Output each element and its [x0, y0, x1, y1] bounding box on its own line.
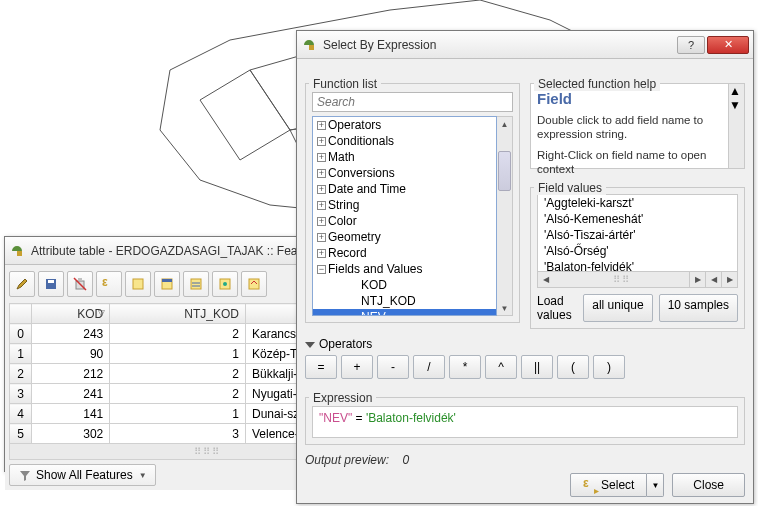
op-minus-button[interactable]: - [377, 355, 409, 379]
tree-field-ntj-kod[interactable]: NTJ_KOD [313, 293, 496, 309]
expand-icon: + [317, 169, 326, 178]
svg-rect-0 [17, 251, 22, 256]
value-item[interactable]: 'Aggteleki-karszt' [538, 195, 737, 211]
output-preview-value: 0 [402, 453, 409, 467]
value-item[interactable]: 'Alsó-Kemeneshát' [538, 211, 737, 227]
value-item[interactable]: 'Alsó-Tiszai-ártér' [538, 227, 737, 243]
row-header[interactable]: 1 [10, 344, 32, 364]
scroll-right-icon[interactable]: ▶ [689, 272, 705, 287]
tree-item-datetime[interactable]: +Date and Time [313, 181, 496, 197]
op-mul-button[interactable]: * [449, 355, 481, 379]
all-unique-button[interactable]: all unique [583, 294, 652, 322]
row-header-col[interactable] [10, 304, 32, 324]
value-item[interactable]: 'Alsó-Őrség' [538, 243, 737, 259]
tree-field-nev[interactable]: NEV [313, 309, 496, 316]
show-all-features-button[interactable]: Show All Features ▼ [9, 464, 156, 486]
output-preview-label: Output preview: [305, 453, 389, 467]
op-div-button[interactable]: / [413, 355, 445, 379]
chevron-down-icon [305, 342, 315, 348]
tree-field-kod[interactable]: KOD [313, 277, 496, 293]
scroll-left-icon[interactable]: ◀ [705, 272, 721, 287]
row-header[interactable]: 2 [10, 364, 32, 384]
tree-item-operators[interactable]: +Operators [313, 117, 496, 133]
attribute-table-title: Attribute table - ERDOGAZDASAGI_TAJAK ::… [31, 244, 301, 258]
field-values-list[interactable]: 'Aggteleki-karszt' 'Alsó-Kemeneshát' 'Al… [537, 194, 738, 272]
values-horizontal-scrollbar[interactable]: ◀ ⠿⠿ ▶ ◀ ▶ [537, 272, 738, 288]
zoom-to-selected-button[interactable] [241, 271, 267, 297]
load-values-label: Load values [537, 294, 577, 322]
tree-item-conversions[interactable]: +Conversions [313, 165, 496, 181]
epsilon-icon: ε▸ [583, 478, 597, 492]
help-label: Selected function help [534, 77, 660, 91]
scroll-right-icon[interactable]: ▶ [721, 272, 737, 287]
ten-samples-button[interactable]: 10 samples [659, 294, 738, 322]
edit-toggle-button[interactable] [9, 271, 35, 297]
tree-scrollbar[interactable]: ▲ ▼ [497, 116, 513, 316]
scroll-thumb[interactable] [498, 151, 511, 191]
row-header[interactable]: 4 [10, 404, 32, 424]
expand-icon: + [317, 185, 326, 194]
op-lparen-button[interactable]: ( [557, 355, 589, 379]
invert-selection-button[interactable] [183, 271, 209, 297]
op-eq-button[interactable]: = [305, 355, 337, 379]
tree-item-conditionals[interactable]: +Conditionals [313, 133, 496, 149]
scroll-left-icon[interactable]: ◀ [538, 272, 554, 287]
delete-selected-button[interactable] [67, 271, 93, 297]
expression-label: Expression [309, 391, 376, 405]
collapse-icon: − [317, 265, 326, 274]
close-window-button[interactable]: ✕ [707, 36, 749, 54]
expression-input[interactable]: "NEV" = 'Balaton-felvidék' [312, 406, 738, 438]
scroll-up-icon[interactable]: ▲ [497, 117, 512, 131]
svg-rect-6 [133, 279, 143, 289]
operators-label: Operators [319, 337, 372, 351]
help-scrollbar[interactable]: ▲ ▼ [728, 84, 744, 168]
filter-icon [18, 468, 32, 482]
scroll-up-icon[interactable]: ▲ [729, 84, 744, 98]
field-values-label: Field values [534, 181, 606, 195]
move-selection-top-button[interactable] [154, 271, 180, 297]
function-list-label: Function list [309, 77, 381, 91]
col-kod[interactable]: KOD▽ [32, 304, 110, 324]
close-button[interactable]: Close [672, 473, 745, 497]
help-button[interactable]: ? [677, 36, 705, 54]
help-title: Field [537, 90, 738, 107]
select-button[interactable]: ε▸ Select ▼ [570, 473, 664, 497]
function-tree[interactable]: +Operators +Conditionals +Math +Conversi… [312, 116, 497, 316]
op-rparen-button[interactable]: ) [593, 355, 625, 379]
tree-item-fields[interactable]: −Fields and Values [313, 261, 496, 277]
row-header[interactable]: 5 [10, 424, 32, 444]
chevron-down-icon: ▼ [139, 471, 147, 480]
select-dropdown-button[interactable]: ▼ [647, 473, 664, 497]
scroll-down-icon[interactable]: ▼ [497, 301, 512, 315]
pan-to-selected-button[interactable] [212, 271, 238, 297]
op-pow-button[interactable]: ^ [485, 355, 517, 379]
sort-desc-icon: ▽ [98, 308, 105, 318]
col-ntj-kod[interactable]: NTJ_KOD [110, 304, 246, 324]
op-concat-button[interactable]: || [521, 355, 553, 379]
save-edits-button[interactable] [38, 271, 64, 297]
qgis-icon [9, 243, 25, 259]
tree-item-color[interactable]: +Color [313, 213, 496, 229]
function-search-input[interactable] [312, 92, 513, 112]
row-header[interactable]: 3 [10, 384, 32, 404]
tree-item-geometry[interactable]: +Geometry [313, 229, 496, 245]
expand-icon: + [317, 121, 326, 130]
expression-title: Select By Expression [323, 38, 436, 52]
scroll-down-icon[interactable]: ▼ [729, 98, 744, 112]
tree-item-record[interactable]: +Record [313, 245, 496, 261]
expand-icon: + [317, 137, 326, 146]
op-plus-button[interactable]: + [341, 355, 373, 379]
expand-icon: + [317, 201, 326, 210]
expression-titlebar[interactable]: Select By Expression ? ✕ [297, 31, 753, 59]
row-header[interactable]: 0 [10, 324, 32, 344]
operators-row: = + - / * ^ || ( ) [305, 355, 745, 379]
select-by-expression-button[interactable]: ε [96, 271, 122, 297]
value-item[interactable]: 'Balaton-felvidék' [538, 259, 737, 272]
expand-icon: + [317, 249, 326, 258]
help-text-1: Double click to add field name to expres… [537, 113, 738, 142]
expand-icon: + [317, 217, 326, 226]
tree-item-string[interactable]: +String [313, 197, 496, 213]
tree-item-math[interactable]: +Math [313, 149, 496, 165]
unselect-all-button[interactable] [125, 271, 151, 297]
operators-toggle[interactable]: Operators [305, 337, 745, 351]
